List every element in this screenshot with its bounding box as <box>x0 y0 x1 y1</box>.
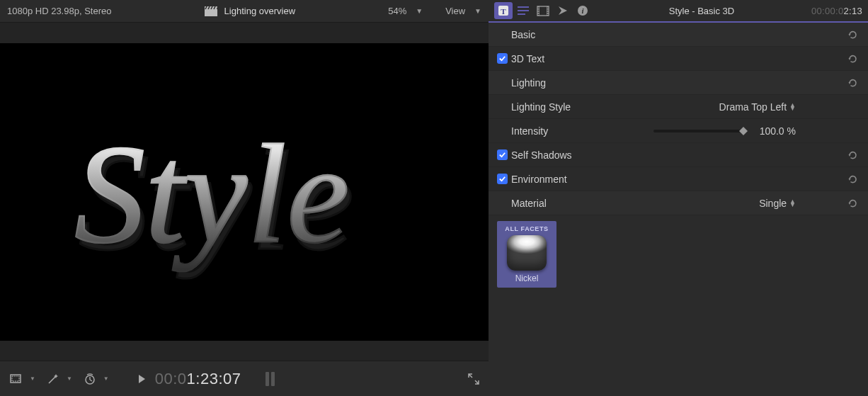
material-swatch[interactable] <box>507 235 547 271</box>
chevron-down-icon[interactable]: ▼ <box>67 375 72 382</box>
label-self-shadows: Self Shadows <box>511 149 572 161</box>
row-environment[interactable]: Environment <box>489 167 868 191</box>
svg-rect-26 <box>547 13 549 15</box>
viewer-panel: 1080p HD 23.98p, Stereo Lighting overvie… <box>0 0 489 396</box>
stepper-icon: ▲▼ <box>789 200 796 207</box>
zoom-value[interactable]: 54% <box>388 6 406 16</box>
checkbox-self-shadows[interactable] <box>497 149 508 160</box>
inspector-header: T i Style - Basic 3D 00:00:02:13 <box>489 0 868 23</box>
row-lighting-style: Lighting Style Drama Top Left ▲▼ <box>489 95 868 119</box>
svg-rect-21 <box>538 11 539 13</box>
chevron-down-icon[interactable]: ▼ <box>472 7 481 15</box>
reset-icon[interactable] <box>847 77 858 89</box>
svg-marker-32 <box>849 82 851 84</box>
play-button[interactable] <box>139 375 145 383</box>
label-intensity: Intensity <box>511 125 548 137</box>
tab-text[interactable]: T <box>494 2 513 19</box>
svg-rect-24 <box>547 9 549 11</box>
reset-icon[interactable] <box>847 53 858 64</box>
clip-name[interactable]: Lighting overview <box>224 6 295 16</box>
svg-text:T: T <box>501 7 506 16</box>
viewer-timecode[interactable]: 00:01:23:07 <box>155 370 241 388</box>
svg-text:Style: Style <box>74 115 350 272</box>
reset-icon[interactable] <box>847 29 858 40</box>
stepper-icon: ▲▼ <box>789 103 796 111</box>
row-basic[interactable]: Basic <box>489 23 868 47</box>
svg-rect-19 <box>538 7 539 9</box>
timecode-dim: 00:0 <box>155 370 187 387</box>
inspector-timecode: 00:00:02:13 <box>811 6 862 16</box>
svg-marker-35 <box>849 179 851 181</box>
svg-marker-33 <box>739 127 748 135</box>
tab-video[interactable] <box>534 2 552 19</box>
viewer-toolbar: ▼ ▼ ▼ 00:01:23:07 <box>0 361 489 396</box>
svg-marker-27 <box>559 6 567 15</box>
svg-rect-23 <box>547 7 549 9</box>
checkbox-environment[interactable] <box>497 174 508 184</box>
label-lighting: Lighting <box>511 77 546 89</box>
svg-rect-9 <box>12 376 19 381</box>
material-select[interactable]: Single ▲▼ <box>759 198 860 209</box>
row-lighting[interactable]: Lighting <box>489 71 868 95</box>
timecode-bright: 1:23:07 <box>187 370 241 387</box>
crop-tool-icon[interactable] <box>8 373 24 385</box>
label-basic: Basic <box>511 29 535 40</box>
svg-rect-22 <box>538 13 539 15</box>
reset-icon[interactable] <box>847 174 858 185</box>
tab-paragraph[interactable] <box>514 2 532 19</box>
label-3d-text: 3D Text <box>511 53 544 64</box>
label-material: Material <box>511 198 547 209</box>
reset-icon[interactable] <box>847 149 858 161</box>
row-self-shadows[interactable]: Self Shadows <box>489 143 868 167</box>
inspector-title: Style - Basic 3D <box>593 6 810 16</box>
intensity-value[interactable]: 100.0 % <box>760 125 796 137</box>
checkbox-3d-text[interactable] <box>497 53 508 64</box>
label-environment: Environment <box>511 174 567 185</box>
svg-marker-36 <box>849 203 851 205</box>
fullscreen-icon[interactable] <box>467 373 480 385</box>
viewer-canvas[interactable]: Style Style <box>0 43 489 341</box>
slider-thumb-icon[interactable] <box>738 126 748 136</box>
lighting-style-select[interactable]: Drama Top Left ▲▼ <box>719 101 860 113</box>
reset-icon[interactable] <box>847 198 858 209</box>
facet-header: ALL FACETS <box>505 225 548 232</box>
tab-generator[interactable] <box>554 2 572 19</box>
audio-skimming-icon[interactable] <box>265 372 275 386</box>
svg-marker-30 <box>849 34 851 36</box>
play-icon <box>139 375 145 383</box>
row-intensity: Intensity 100.0 % <box>489 119 868 143</box>
clapperboard-icon <box>205 6 217 16</box>
preview-3d-text: Style Style <box>74 79 414 305</box>
tab-info[interactable]: i <box>573 2 592 19</box>
row-material[interactable]: Material Single ▲▼ <box>489 191 868 215</box>
chevron-down-icon[interactable]: ▼ <box>30 375 35 382</box>
svg-marker-34 <box>849 154 851 157</box>
viewer-body: Style Style <box>0 23 489 361</box>
intensity-slider[interactable] <box>653 130 746 132</box>
inspector-panel: T i Style - Basic 3D 00:00:02:13 Basic 3… <box>489 0 868 396</box>
format-label: 1080p HD 23.98p, Stereo <box>7 6 111 16</box>
facet-name: Nickel <box>515 273 539 283</box>
enhance-tool-icon[interactable] <box>45 373 61 385</box>
label-lighting-style: Lighting Style <box>511 101 571 113</box>
svg-marker-31 <box>849 58 851 60</box>
svg-rect-0 <box>205 9 217 16</box>
chevron-down-icon[interactable]: ▼ <box>103 375 109 382</box>
chevron-down-icon[interactable]: ▼ <box>413 7 423 15</box>
material-facets: ALL FACETS Nickel <box>489 215 868 396</box>
svg-rect-25 <box>547 11 549 13</box>
row-3d-text[interactable]: 3D Text <box>489 47 868 71</box>
view-menu[interactable]: View <box>445 6 465 16</box>
facet-card[interactable]: ALL FACETS Nickel <box>497 221 556 288</box>
retime-tool-icon[interactable] <box>82 373 98 385</box>
viewer-header: 1080p HD 23.98p, Stereo Lighting overvie… <box>0 0 489 23</box>
svg-rect-20 <box>538 9 539 11</box>
